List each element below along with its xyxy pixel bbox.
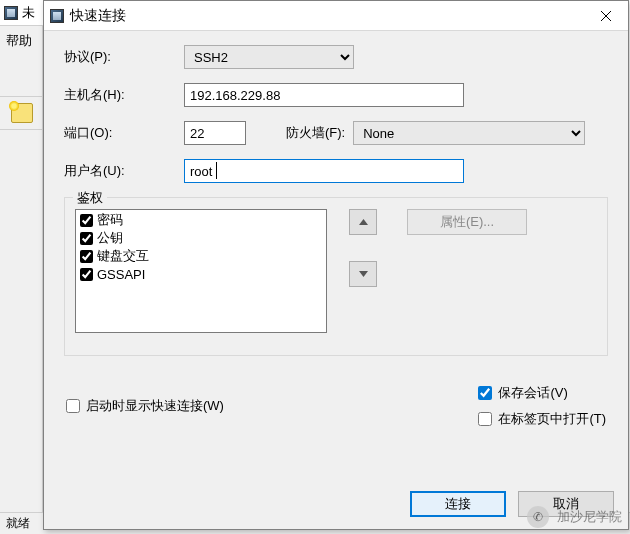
parent-titlebar: 未 [0,0,43,26]
move-up-button[interactable] [349,209,377,235]
check-label: 在标签页中打开(T) [498,410,606,428]
auth-checkbox[interactable] [80,268,93,281]
dialog-icon [50,9,64,23]
cancel-button[interactable]: 取消 [518,491,614,517]
connect-button[interactable]: 连接 [410,491,506,517]
parent-title-fragment: 未 [22,4,35,22]
protocol-select[interactable]: SSH2 [184,45,354,69]
menu-help[interactable]: 帮助 [0,28,42,54]
label-hostname: 主机名(H): [64,86,184,104]
status-text: 就绪 [6,516,30,530]
triangle-up-icon [359,219,368,225]
label-protocol: 协议(P): [64,48,184,66]
check-label: 保存会话(V) [498,384,567,402]
checkbox[interactable] [478,386,492,400]
label-firewall: 防火墙(F): [286,124,345,142]
auth-item-gssapi[interactable]: GSSAPI [76,265,326,283]
triangle-down-icon [359,271,368,277]
auth-item-password[interactable]: 密码 [76,211,326,229]
checkbox[interactable] [66,399,80,413]
auth-item-label: 密码 [97,211,123,229]
check-save-session[interactable]: 保存会话(V) [478,384,606,402]
check-label: 启动时显示快速连接(W) [86,397,224,415]
quick-connect-dialog: 快速连接 协议(P): SSH2 主机名(H): 端口(O): 防火墙( [43,0,629,530]
label-port: 端口(O): [64,124,184,142]
auth-group-title: 鉴权 [73,189,107,207]
dialog-title: 快速连接 [70,7,126,25]
auth-checkbox[interactable] [80,250,93,263]
auth-checkbox[interactable] [80,214,93,227]
auth-listbox[interactable]: 密码 公钥 键盘交互 GSSAPI [75,209,327,333]
check-open-in-tab[interactable]: 在标签页中打开(T) [478,410,606,428]
app-icon [4,6,18,20]
close-icon [601,11,611,21]
svg-marker-2 [359,219,368,225]
toolbar-icon-session[interactable] [11,103,33,123]
dialog-body: 协议(P): SSH2 主机名(H): 端口(O): 防火墙(F): None … [44,31,628,428]
auth-item-keyboard[interactable]: 键盘交互 [76,247,326,265]
auth-checkbox[interactable] [80,232,93,245]
text-caret [216,162,217,179]
close-button[interactable] [584,1,628,30]
auth-item-label: 公钥 [97,229,123,247]
port-input[interactable] [184,121,246,145]
move-down-button[interactable] [349,261,377,287]
label-username: 用户名(U): [64,162,184,180]
bottom-options: 启动时显示快速连接(W) 保存会话(V) 在标签页中打开(T) [64,384,608,428]
check-show-on-start[interactable]: 启动时显示快速连接(W) [66,384,224,428]
checkbox[interactable] [478,412,492,426]
auth-item-label: 键盘交互 [97,247,149,265]
auth-item-publickey[interactable]: 公钥 [76,229,326,247]
dialog-titlebar: 快速连接 [44,1,628,31]
parent-toolbar [0,96,43,130]
svg-marker-3 [359,271,368,277]
auth-groupbox: 鉴权 密码 公钥 键盘交互 [64,197,608,356]
hostname-input[interactable] [184,83,464,107]
username-input[interactable] [184,159,464,183]
auth-item-label: GSSAPI [97,267,145,282]
parent-window-left-strip: 未 文件 帮助 [0,0,43,534]
properties-button: 属性(E)... [407,209,527,235]
firewall-select[interactable]: None [353,121,585,145]
